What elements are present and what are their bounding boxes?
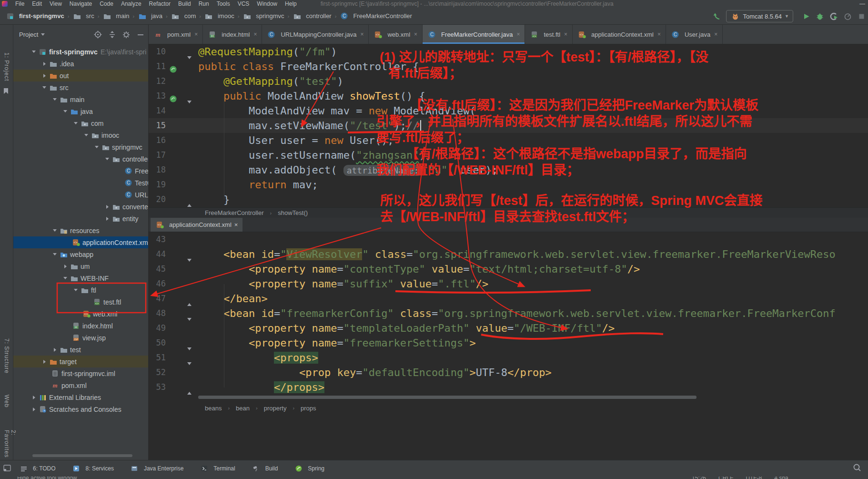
code-line-20[interactable]: 20 } [149, 192, 868, 207]
editor-horizontal-scrollbar[interactable] [198, 396, 696, 399]
stop-button[interactable] [857, 11, 866, 21]
tab-freemarkercontroller-java[interactable]: C FreeMarkerController.java × [423, 25, 525, 44]
close-icon[interactable]: × [516, 31, 520, 38]
tab-index-html[interactable]: H index.html × [203, 25, 262, 44]
code-line-49[interactable]: 49 <property name="templateLoaderPath" v… [149, 321, 868, 336]
indent-setting[interactable]: 4 spa [774, 477, 788, 479]
menu-window[interactable]: Window [253, 0, 281, 7]
line-separator[interactable]: CRLF [718, 477, 733, 479]
tool-button-8-services[interactable]: 8: Services [72, 465, 114, 472]
close-icon[interactable]: × [194, 31, 198, 38]
menu-refactor[interactable]: Refactor [145, 0, 174, 7]
debug-button[interactable] [815, 11, 825, 21]
tab-applicationcontext-xml[interactable]: <> applicationContext.xml × [573, 25, 666, 44]
breadcrumb-src[interactable]: src [71, 12, 95, 20]
tree-item-test-ftl[interactable]: <> test.ftl [13, 296, 149, 308]
expanded-arrow-icon[interactable] [93, 146, 100, 148]
menu-file[interactable]: File [11, 0, 28, 7]
code-line-12[interactable]: 12 @GetMapping("test") [149, 74, 868, 89]
run-with-coverage-button[interactable] [829, 11, 838, 21]
breadcrumb-beans[interactable]: beans [205, 405, 222, 412]
run-button[interactable] [801, 11, 811, 21]
menu-help[interactable]: Help [281, 0, 301, 7]
tree-item-entity[interactable]: entity [13, 213, 149, 224]
collapse-all-icon[interactable] [107, 30, 117, 40]
code-line-45[interactable]: 45 <property name="contentType" value="t… [149, 262, 868, 276]
close-icon[interactable]: × [714, 31, 717, 38]
menu-run[interactable]: Run [195, 0, 213, 7]
close-icon[interactable]: × [564, 31, 567, 38]
tree-item-main[interactable]: main [13, 93, 149, 105]
search-icon[interactable] [853, 463, 861, 474]
code-line-48[interactable]: 48 <bean id="freemarkerConfig" class="or… [149, 306, 868, 321]
expanded-arrow-icon[interactable] [51, 229, 58, 232]
collapsed-arrow-icon[interactable] [104, 205, 111, 209]
minimize-icon[interactable]: — [857, 0, 868, 7]
code-line-19[interactable]: 19 return mav; [149, 177, 868, 192]
collapsed-arrow-icon[interactable] [62, 265, 69, 268]
collapsed-arrow-icon[interactable] [30, 396, 37, 399]
menu-code[interactable]: Code [96, 0, 117, 7]
tab-pom-xml[interactable]: m pom.xml × [149, 25, 203, 44]
breadcrumb-com[interactable]: com [170, 12, 197, 20]
caret-position[interactable]: 15:26 [692, 477, 706, 479]
menu-vcs[interactable]: VCS [234, 0, 253, 7]
expanded-arrow-icon[interactable] [72, 289, 79, 291]
locate-file-icon[interactable] [93, 30, 102, 40]
run-configuration-select[interactable]: Tomcat 8.5.64 ▼ [726, 10, 793, 22]
tree-item-scratches-and-consoles[interactable]: Scratches and Consoles [13, 403, 149, 415]
tree-item-first-springmvc[interactable]: first-springmvc E:\java\first-spri [13, 46, 149, 58]
tree-item-external-libraries[interactable]: External Libraries [13, 391, 149, 403]
navigate-back-icon[interactable] [712, 11, 722, 21]
tree-item-resources[interactable]: resources [13, 224, 149, 236]
code-line-17[interactable]: 17 user.setUsername("zhangsan"); [149, 148, 868, 163]
tab-urlmappingcontroller-java[interactable]: C URLMappingController.java × [262, 25, 369, 44]
breadcrumb-bean[interactable]: bean [236, 405, 250, 412]
collapsed-arrow-icon[interactable] [104, 217, 111, 221]
code-line-50[interactable]: 50 <property name="freemarkerSettings"> [149, 336, 868, 350]
profiler-button[interactable] [843, 11, 852, 21]
breadcrumb-imooc[interactable]: imooc [203, 12, 235, 20]
fold-up-icon[interactable] [187, 385, 192, 400]
tree-item-imooc[interactable]: imooc [13, 129, 149, 141]
close-icon[interactable]: × [414, 31, 417, 38]
tool-button-7-structure[interactable]: 7: Structure [3, 338, 10, 374]
tree-item-converter[interactable]: converter [13, 201, 149, 213]
tree-item-applicationcontext-xml[interactable]: <> applicationContext.xml [13, 236, 149, 248]
breadcrumb-main[interactable]: main [101, 12, 130, 20]
tree-item-web-inf[interactable]: WEB-INF [13, 272, 149, 284]
tree-item-index-html[interactable]: H index.html [13, 320, 149, 332]
tool-button-1-project[interactable]: 1: Project [3, 52, 10, 82]
tool-button-spring[interactable]: Spring [294, 465, 324, 472]
code-line-44[interactable]: 44 <bean id="ViewResolver" class="org.sp… [149, 247, 868, 262]
tree-item-webapp[interactable]: webapp [13, 248, 149, 260]
code-line-53[interactable]: 53 </props> [149, 380, 868, 395]
code-line-14[interactable]: 14 ModelAndView mav = new ModelAndView( [149, 103, 868, 118]
tree-item-controller[interactable]: controller [13, 153, 149, 165]
code-line-13[interactable]: 13 public ModelAndView showTest() { [149, 89, 868, 103]
tree-item-view-jsp[interactable]: JSP view.jsp [13, 332, 149, 344]
collapsed-arrow-icon[interactable] [30, 408, 37, 411]
tab-applicationcontext-xml[interactable]: <> applicationContext.xml × [151, 218, 242, 232]
expanded-arrow-icon[interactable] [62, 277, 69, 279]
close-icon[interactable]: × [253, 31, 257, 38]
breadcrumb-freemarkercontroller[interactable]: FreeMarkerController [205, 209, 264, 216]
code-line-15[interactable]: 15 mav.setViewName("/test");// [149, 118, 868, 133]
breadcrumb-first-springmvc[interactable]: first-springmvc [5, 12, 65, 20]
tree-item-first-springmvc-iml[interactable]: first-springmvc.iml [13, 367, 149, 379]
close-icon[interactable]: × [234, 221, 238, 228]
tool-button-web[interactable]: Web [3, 395, 10, 408]
close-icon[interactable]: × [360, 31, 363, 38]
menu-edit[interactable]: Edit [28, 0, 46, 7]
tool-windows-icon[interactable] [3, 465, 11, 473]
code-line-10[interactable]: 10 @RequestMapping("/fm") [149, 44, 868, 59]
tool-button-terminal[interactable]: Terminal [200, 465, 235, 472]
breadcrumb-java[interactable]: java [137, 12, 163, 20]
expanded-arrow-icon[interactable] [30, 51, 37, 53]
menu-navigate[interactable]: Navigate [66, 0, 96, 7]
expanded-arrow-icon[interactable] [41, 86, 48, 89]
breadcrumb-showtest[interactable]: showTest() [278, 209, 308, 216]
code-line-18[interactable]: 18 mav.addObject( attributeName: "u", us… [149, 163, 868, 177]
code-line-52[interactable]: 52 <prop key="defaultEncoding">UTF-8</pr… [149, 365, 868, 380]
file-encoding[interactable]: UTF-8 [746, 477, 762, 479]
